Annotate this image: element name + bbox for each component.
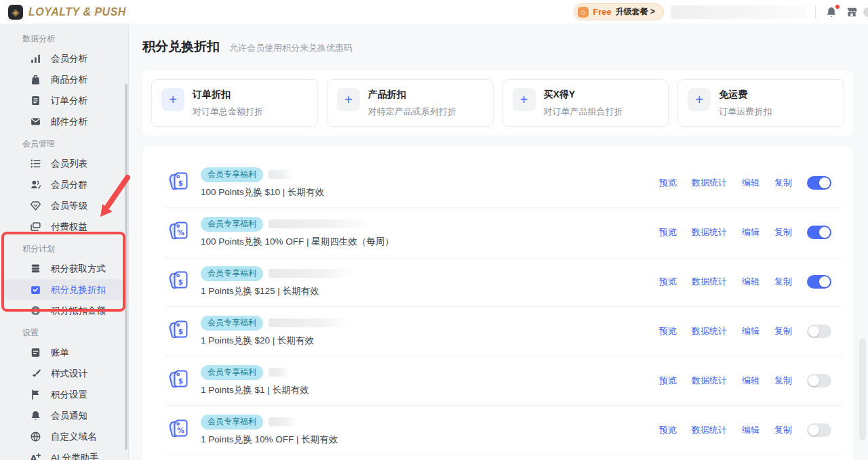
sidebar-item-AI 分类助手[interactable]: A AI 分类助手 — [4, 447, 124, 460]
sidebar-item-积分设置[interactable]: 积分设置 — [4, 384, 124, 405]
sidebar-item-付费权益[interactable]: 付费权益 — [4, 216, 124, 237]
action-edit[interactable]: 编辑 — [742, 226, 760, 238]
upgrade-plan-button[interactable]: ◇ Free 升级套餐 > — [574, 3, 664, 20]
redacted-title — [269, 318, 349, 327]
sidebar-item-label: 会员分析 — [51, 53, 87, 65]
page-scrollbar[interactable] — [859, 339, 866, 440]
discount-description: 1 Points兑换 $20 | 长期有效 — [201, 335, 349, 347]
action-preview[interactable]: 预览 — [659, 325, 677, 337]
action-copy[interactable]: 复制 — [774, 226, 792, 238]
sidebar-item-label: 积分设置 — [51, 389, 87, 401]
enable-toggle[interactable] — [807, 325, 831, 338]
svg-text:A: A — [31, 453, 37, 460]
create-card-产品折扣[interactable]: + 产品折扣 对特定产品或系列打折 — [327, 79, 494, 127]
action-preview[interactable]: 预览 — [659, 424, 677, 436]
notifications-button[interactable] — [825, 5, 838, 19]
sidebar-section: 设置 账单 样式设计 积分设置 会员通知 自定义域名 A AI 分类助手 — [0, 321, 128, 460]
benefit-badge: 会员专享福利 — [201, 266, 263, 281]
benefit-badge: 会员专享福利 — [201, 167, 263, 182]
sidebar-item-积分兑换折扣[interactable]: 积分兑换折扣 — [4, 279, 124, 300]
action-copy[interactable]: 复制 — [774, 375, 792, 387]
action-preview[interactable]: 预览 — [659, 375, 677, 387]
toggle-knob — [808, 326, 819, 337]
sidebar-item-label: 积分抵扣金额 — [51, 305, 106, 317]
discount-row: $ 会员专享福利 1 Points兑换 $125 | 长期有效 预览数据统计编辑… — [165, 257, 842, 307]
sidebar-item-会员分群[interactable]: 会员分群 — [4, 174, 124, 195]
action-preview[interactable]: 预览 — [659, 177, 677, 189]
action-copy[interactable]: 复制 — [774, 424, 792, 436]
notification-dot — [835, 5, 840, 9]
create-discount-panel: + 订单折扣 对订单总金额打折 + 产品折扣 对特定产品或系列打折 + 买X得Y… — [142, 70, 853, 135]
svg-text:$: $ — [178, 278, 183, 286]
action-edit[interactable]: 编辑 — [742, 424, 760, 436]
topbar-divider — [815, 6, 816, 18]
sidebar-item-label: 商品分析 — [51, 74, 87, 86]
page-subtitle: 允许会员使用积分来兑换优惠码 — [229, 42, 353, 54]
action-edit[interactable]: 编辑 — [742, 177, 760, 189]
action-edit[interactable]: 编辑 — [742, 375, 760, 387]
enable-toggle[interactable] — [807, 176, 831, 190]
action-preview[interactable]: 预览 — [659, 276, 677, 288]
coupon-ticket-icon: $ — [165, 367, 193, 394]
redacted-title — [269, 219, 369, 228]
benefit-badge: 会员专享福利 — [201, 316, 263, 331]
enable-toggle[interactable] — [807, 275, 831, 289]
action-copy[interactable]: 复制 — [774, 325, 792, 337]
store-button[interactable] — [845, 5, 859, 19]
action-stats[interactable]: 数据统计 — [692, 325, 727, 337]
dollar-circle-icon: $ — [30, 305, 41, 316]
sidebar-item-积分抵扣金额[interactable]: $ 积分抵扣金额 — [4, 300, 124, 321]
sidebar-item-样式设计[interactable]: 样式设计 — [4, 363, 124, 384]
sidebar-item-商品分析[interactable]: 商品分析 — [4, 69, 124, 90]
sidebar-item-邮件分析[interactable]: 邮件分析 — [4, 111, 124, 132]
benefit-badge: 会员专享福利 — [201, 217, 263, 232]
discount-row: % 会员专享福利 1 Points兑换 10% OFF | 长期有效 预览数据统… — [165, 406, 842, 455]
action-stats[interactable]: 数据统计 — [692, 226, 727, 238]
sidebar-item-label: 积分获取方式 — [51, 263, 106, 275]
plus-icon: + — [688, 88, 711, 111]
action-stats[interactable]: 数据统计 — [692, 424, 727, 436]
sidebar-item-label: 会员等级 — [51, 200, 87, 212]
card-description: 订单运费折扣 — [719, 106, 772, 118]
sidebar-item-积分获取方式[interactable]: 积分获取方式 — [4, 258, 124, 279]
sidebar-item-自定义域名[interactable]: 自定义域名 — [4, 426, 124, 447]
discount-description: 100 Points兑换 10% OFF | 星期四生效（每周） — [201, 236, 394, 248]
topbar: ◈ LOYALTY & PUSH ◇ Free 升级套餐 > — [0, 0, 868, 24]
benefit-badge: 会员专享福利 — [201, 415, 263, 430]
action-stats[interactable]: 数据统计 — [692, 177, 727, 189]
plus-icon: + — [161, 88, 184, 111]
enable-toggle[interactable] — [807, 423, 831, 437]
sidebar-item-会员通知[interactable]: 会员通知 — [4, 405, 124, 426]
action-edit[interactable]: 编辑 — [742, 325, 760, 337]
action-copy[interactable]: 复制 — [774, 276, 792, 288]
sidebar-section: 数据分析 会员分析 商品分析 订单分析 邮件分析 — [0, 27, 128, 132]
svg-text:$: $ — [34, 308, 38, 314]
create-card-买X得Y[interactable]: + 买X得Y 对订单产品组合打折 — [502, 79, 669, 127]
page-title: 积分兑换折扣 — [142, 38, 220, 56]
card-title: 买X得Y — [544, 88, 623, 101]
doc-icon — [30, 95, 41, 106]
card-description: 对特定产品或系列打折 — [368, 106, 456, 118]
enable-toggle[interactable] — [807, 226, 831, 239]
sidebar-scrollbar[interactable] — [125, 84, 127, 450]
account-name-redacted[interactable] — [671, 5, 806, 19]
action-stats[interactable]: 数据统计 — [692, 375, 727, 387]
enable-toggle[interactable] — [807, 374, 831, 388]
create-card-免运费[interactable]: + 免运费 订单运费折扣 — [677, 79, 844, 127]
sidebar-section-title: 设置 — [0, 321, 128, 342]
avatar-sliver[interactable] — [863, 7, 868, 17]
action-edit[interactable]: 编辑 — [742, 276, 760, 288]
sidebar-item-label: 付费权益 — [51, 221, 87, 233]
sidebar-item-账单[interactable]: 账单 — [4, 342, 124, 363]
card-title: 免运费 — [719, 88, 772, 101]
sidebar-item-会员分析[interactable]: 会员分析 — [4, 48, 124, 69]
svg-text:%: % — [177, 228, 184, 236]
sidebar-item-会员列表[interactable]: 会员列表 — [4, 153, 124, 174]
action-copy[interactable]: 复制 — [774, 177, 792, 189]
sidebar-item-订单分析[interactable]: 订单分析 — [4, 90, 124, 111]
action-stats[interactable]: 数据统计 — [692, 276, 727, 288]
action-preview[interactable]: 预览 — [659, 226, 677, 238]
sidebar-item-label: 订单分析 — [51, 95, 87, 107]
sidebar-item-会员等级[interactable]: 会员等级 — [4, 195, 124, 216]
create-card-订单折扣[interactable]: + 订单折扣 对订单总金额打折 — [151, 79, 318, 127]
